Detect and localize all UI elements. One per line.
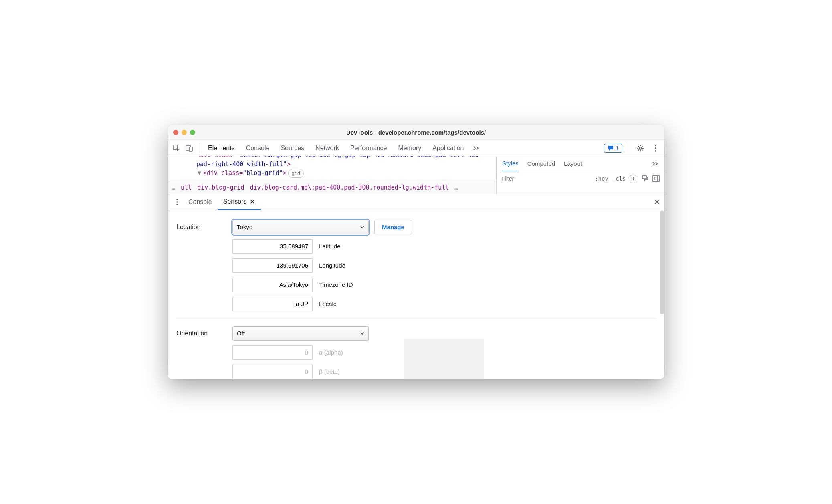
- breadcrumb-ellipsis[interactable]: …: [454, 184, 458, 191]
- location-label: Location: [176, 224, 232, 231]
- traffic-lights: [173, 130, 195, 135]
- tab-styles[interactable]: Styles: [502, 156, 519, 171]
- drawer-close-icon[interactable]: ✕: [654, 197, 660, 207]
- svg-rect-7: [642, 176, 646, 179]
- sidebar-toggle-icon[interactable]: [652, 175, 660, 182]
- section-divider: [176, 319, 656, 319]
- beta-input: [232, 365, 313, 379]
- toolbar-divider: [628, 143, 628, 153]
- orientation-preview: [404, 339, 484, 379]
- breadcrumb-item[interactable]: div.blog-grid: [197, 184, 244, 191]
- inspect-element-icon[interactable]: [170, 142, 183, 155]
- tab-console[interactable]: Console: [240, 140, 275, 156]
- sensors-panel: Location Tokyo Manage Latitude Longitude…: [168, 210, 664, 379]
- drawer-tab-label: Sensors: [223, 198, 247, 205]
- styles-pane: Styles Computed Layout :hov .cls +: [496, 156, 664, 194]
- breadcrumb-ellipsis[interactable]: …: [172, 184, 175, 191]
- svg-rect-2: [189, 147, 192, 151]
- settings-icon[interactable]: [634, 142, 647, 155]
- latitude-input[interactable]: [232, 239, 313, 254]
- dom-class-value: "blog-grid": [243, 169, 283, 177]
- dom-code: <div class="center margin-gap-top-300 lg…: [168, 156, 496, 181]
- orientation-value: Off: [237, 330, 245, 337]
- drawer-header: Console Sensors ✕ ✕: [168, 194, 664, 210]
- feedback-count: 1: [616, 145, 619, 151]
- alpha-label: α (alpha): [319, 349, 343, 356]
- orientation-select[interactable]: Off: [232, 326, 369, 341]
- styles-filter-row: :hov .cls +: [497, 171, 664, 186]
- tab-network[interactable]: Network: [310, 140, 345, 156]
- tab-elements[interactable]: Elements: [202, 140, 240, 156]
- manage-button[interactable]: Manage: [374, 220, 412, 234]
- devtools-window: DevTools - developer.chrome.com/tags/dev…: [168, 125, 664, 379]
- disclosure-triangle-icon[interactable]: ▼: [196, 169, 202, 176]
- locale-input[interactable]: [232, 297, 313, 311]
- timezone-row: Timezone ID: [232, 278, 656, 292]
- latitude-row: Latitude: [232, 239, 656, 254]
- zoom-window-button[interactable]: [190, 130, 195, 135]
- tab-performance[interactable]: Performance: [345, 140, 393, 156]
- svg-point-11: [176, 201, 178, 203]
- dom-tree[interactable]: <div class="center margin-gap-top-300 lg…: [168, 156, 496, 194]
- more-tabs-icon[interactable]: [469, 146, 484, 150]
- window-title: DevTools - developer.chrome.com/tags/dev…: [346, 129, 486, 136]
- styles-filter-input[interactable]: [501, 175, 591, 182]
- breadcrumb-item[interactable]: div.blog-card.md\:pad-400.pad-300.rounde…: [250, 184, 449, 191]
- locale-label: Locale: [319, 300, 337, 307]
- tab-application[interactable]: Application: [427, 140, 469, 156]
- longitude-label: Longitude: [319, 262, 345, 269]
- tab-sources[interactable]: Sources: [275, 140, 310, 156]
- more-styles-tabs-icon[interactable]: [652, 162, 659, 166]
- main-tabs: Elements Console Sources Network Perform…: [202, 140, 604, 156]
- tab-memory[interactable]: Memory: [392, 140, 427, 156]
- device-toggle-icon[interactable]: [183, 142, 196, 155]
- new-style-rule[interactable]: +: [630, 175, 637, 182]
- drawer-more-icon[interactable]: [172, 199, 183, 205]
- feedback-badge[interactable]: 1: [604, 144, 622, 153]
- svg-point-4: [655, 145, 656, 146]
- location-row: Location Tokyo Manage: [176, 220, 656, 234]
- chevron-down-icon: [360, 332, 364, 335]
- alpha-input: [232, 345, 313, 360]
- svg-point-6: [655, 150, 656, 152]
- paint-icon[interactable]: [641, 175, 648, 182]
- svg-point-10: [176, 199, 178, 200]
- tab-layout[interactable]: Layout: [564, 160, 582, 167]
- elements-panel: <div class="center margin-gap-top-300 lg…: [168, 156, 664, 194]
- close-tab-icon[interactable]: ✕: [250, 198, 255, 206]
- tab-computed[interactable]: Computed: [527, 160, 555, 167]
- svg-point-12: [176, 204, 178, 205]
- svg-point-5: [655, 147, 656, 149]
- cls-toggle[interactable]: .cls: [612, 175, 626, 182]
- styles-tabs: Styles Computed Layout: [497, 156, 664, 171]
- svg-point-3: [639, 147, 642, 149]
- titlebar: DevTools - developer.chrome.com/tags/dev…: [168, 125, 664, 140]
- hov-toggle[interactable]: :hov: [595, 175, 608, 182]
- drawer-tab-console[interactable]: Console: [183, 194, 218, 210]
- dom-tag: <div class=: [203, 169, 243, 177]
- longitude-row: Longitude: [232, 258, 656, 273]
- minimize-window-button[interactable]: [182, 130, 187, 135]
- latitude-label: Latitude: [319, 243, 340, 250]
- main-toolbar: Elements Console Sources Network Perform…: [168, 140, 664, 156]
- locale-row: Locale: [232, 297, 656, 311]
- more-options-icon[interactable]: [649, 142, 662, 155]
- orientation-label: Orientation: [176, 330, 232, 337]
- toolbar-right: 1: [604, 142, 662, 155]
- dom-class-value: "center margin-gap-top-300 lg:gap-top-40…: [196, 156, 479, 168]
- chevron-down-icon: [360, 226, 364, 228]
- longitude-input[interactable]: [232, 258, 313, 273]
- grid-badge[interactable]: grid: [288, 169, 304, 178]
- beta-label: β (beta): [319, 368, 340, 375]
- drawer-tab-sensors[interactable]: Sensors ✕: [218, 194, 261, 210]
- timezone-label: Timezone ID: [319, 281, 353, 288]
- scrollbar[interactable]: [660, 210, 664, 314]
- breadcrumb-item[interactable]: ull: [181, 184, 192, 191]
- breadcrumb: … ull div.blog-grid div.blog-card.md\:pa…: [168, 181, 496, 194]
- timezone-input[interactable]: [232, 278, 313, 292]
- location-select[interactable]: Tokyo: [232, 220, 369, 234]
- toolbar-divider: [199, 143, 199, 153]
- close-window-button[interactable]: [173, 130, 178, 135]
- location-value: Tokyo: [237, 224, 252, 230]
- dom-tag: <div class=: [196, 156, 236, 159]
